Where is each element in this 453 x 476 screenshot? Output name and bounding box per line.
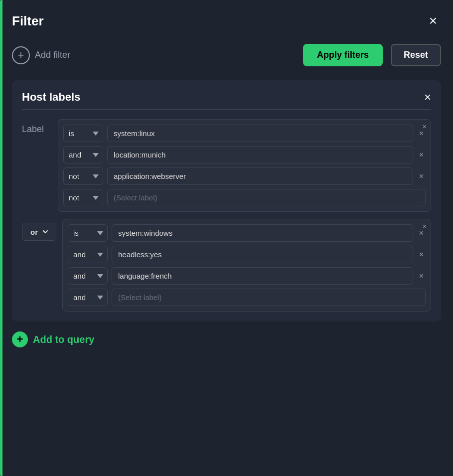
apply-filters-button[interactable]: Apply filters xyxy=(303,44,383,66)
filter-value-1-2[interactable] xyxy=(107,146,413,163)
filter-row-1-3: not is and × xyxy=(63,167,426,185)
add-to-query-label: Add to query xyxy=(33,334,94,345)
operator-select-2-4[interactable]: and is not xyxy=(68,289,108,306)
panel-header: Filter × xyxy=(12,12,441,30)
operator-select-2-3[interactable]: and is not xyxy=(68,267,108,285)
chevron-down-icon xyxy=(43,230,48,234)
filter-value-remove-1-2[interactable]: × xyxy=(417,149,426,161)
filter-value-2-1[interactable] xyxy=(112,224,413,242)
filter-value-1-3[interactable] xyxy=(107,167,413,185)
add-filter-label: Add filter xyxy=(35,50,70,60)
or-connector-button[interactable]: or xyxy=(22,223,56,241)
section-close-button[interactable]: × xyxy=(424,90,431,104)
filter-row-2-2: and is not × xyxy=(68,246,426,263)
panel-close-button[interactable]: × xyxy=(425,12,441,30)
filter-box-2-close[interactable]: × xyxy=(423,222,427,230)
filter-row-1-1: is and not × xyxy=(63,125,426,142)
filter-value-1-1[interactable] xyxy=(107,125,413,142)
or-connector-side: or xyxy=(22,219,56,241)
host-labels-section: Host labels × Label × is and not × xyxy=(12,80,441,321)
filter-box-1: × is and not × and is not xyxy=(58,119,431,212)
section-title: Host labels xyxy=(22,91,80,104)
filter-panel: Filter × + Add filter Apply filters Rese… xyxy=(0,0,453,476)
filter-row-1-4: not is and xyxy=(63,189,426,206)
operator-select-1-1[interactable]: is and not xyxy=(63,125,103,142)
filter-row-2-1: is and not × xyxy=(68,224,426,242)
section-header: Host labels × xyxy=(22,90,431,110)
toolbar: + Add filter Apply filters Reset xyxy=(12,44,441,66)
filter-value-2-4[interactable] xyxy=(112,289,426,306)
filter-box-2: × is and not × and is not xyxy=(62,219,431,312)
filter-value-remove-2-2[interactable]: × xyxy=(417,248,426,261)
add-filter-icon: + xyxy=(12,46,30,64)
filter-group-2: or × is and not × xyxy=(22,219,431,312)
filter-value-2-3[interactable] xyxy=(112,267,413,285)
filter-box-1-close[interactable]: × xyxy=(423,123,427,131)
operator-select-1-2[interactable]: and is not xyxy=(63,146,103,163)
filter-group-1: Label × is and not × and xyxy=(22,119,431,212)
add-filter-button[interactable]: + Add filter xyxy=(12,46,70,64)
filter-row-2-4: and is not xyxy=(68,289,426,306)
reset-button[interactable]: Reset xyxy=(391,44,441,66)
filter-value-remove-2-3[interactable]: × xyxy=(417,270,426,283)
filter-value-1-4[interactable] xyxy=(107,189,426,206)
operator-select-1-4[interactable]: not is and xyxy=(63,189,103,206)
add-to-query-button[interactable]: + Add to query xyxy=(12,331,94,347)
add-to-query-icon: + xyxy=(12,331,28,347)
or-label: or xyxy=(30,228,38,236)
operator-select-1-3[interactable]: not is and xyxy=(63,167,103,185)
filter-row-2-3: and is not × xyxy=(68,267,426,285)
filter-value-remove-1-3[interactable]: × xyxy=(417,170,426,183)
operator-select-2-1[interactable]: is and not xyxy=(68,224,108,242)
label-connector: Label xyxy=(22,119,52,135)
filter-row-1-2: and is not × xyxy=(63,146,426,163)
operator-select-2-2[interactable]: and is not xyxy=(68,246,108,263)
filter-value-2-2[interactable] xyxy=(112,246,413,263)
panel-title: Filter xyxy=(12,13,44,29)
